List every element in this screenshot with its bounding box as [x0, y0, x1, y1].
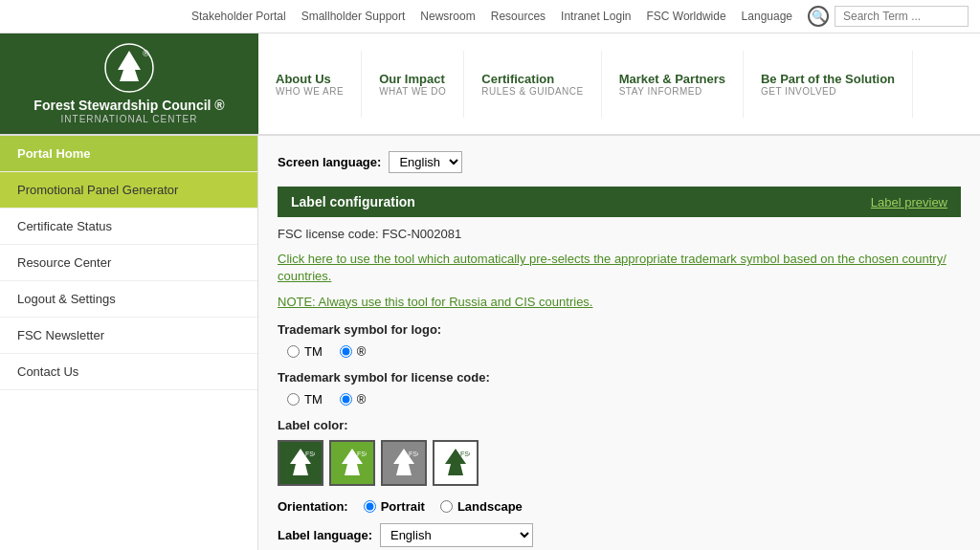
svg-text:FSC: FSC — [305, 451, 315, 457]
fsc-tree-icon-4: FSC — [441, 447, 470, 479]
sidebar-item-logout-settings[interactable]: Logout & Settings — [0, 281, 257, 318]
trademark-license-section-label: Trademark symbol for license code: — [278, 370, 961, 385]
license-code-value-text: FSC-N002081 — [382, 227, 461, 241]
trademark-license-r-option[interactable]: ® — [340, 392, 367, 407]
nav-market-partners-title: Market & Partners — [619, 72, 725, 86]
orientation-portrait-option[interactable]: Portrait — [364, 499, 425, 514]
svg-marker-1 — [118, 51, 141, 81]
svg-text:FSC: FSC — [357, 451, 367, 457]
screen-language-select[interactable]: English — [389, 151, 462, 173]
label-preview-header-link[interactable]: Label preview — [871, 195, 947, 209]
content-area: Screen language: English Label configura… — [258, 136, 980, 550]
nav-our-impact[interactable]: Our Impact WHAT WE DO — [362, 51, 464, 118]
nav-our-impact-title: Our Impact — [379, 72, 446, 86]
sidebar-item-fsc-newsletter[interactable]: FSC Newsletter — [0, 318, 257, 354]
logo-area: ® Forest Stewardship Council ® INTERNATI… — [0, 33, 258, 134]
label-language-label: Label language: — [278, 528, 372, 542]
auto-preselect-tool-link[interactable]: Click here to use the tool which automat… — [278, 251, 961, 285]
logo-title: Forest Stewardship Council ® — [33, 97, 224, 114]
sidebar-item-portal-home[interactable]: Portal Home — [0, 136, 257, 172]
stakeholder-portal-link[interactable]: Stakeholder Portal — [191, 10, 286, 23]
license-code-label: FSC license code: — [278, 227, 379, 241]
sidebar: Portal Home Promotional Panel Generator … — [0, 136, 258, 550]
nav-be-part-title: Be Part of the Solution — [761, 72, 895, 86]
nav-about-us[interactable]: About Us WHO WE ARE — [258, 51, 362, 118]
svg-text:®: ® — [143, 49, 149, 58]
main-layout: Portal Home Promotional Panel Generator … — [0, 136, 980, 550]
trademark-license-r-radio[interactable] — [340, 393, 352, 406]
orientation-portrait-radio[interactable] — [364, 500, 376, 513]
fsc-tree-icon-1: FSC — [286, 447, 315, 479]
fsc-tree-icon-3: FSC — [390, 447, 418, 479]
trademark-license-tm-label: TM — [304, 392, 323, 407]
trademark-logo-tm-label: TM — [304, 344, 323, 359]
sidebar-item-resource-center[interactable]: Resource Center — [0, 245, 257, 281]
top-bar: Stakeholder Portal Smallholder Support N… — [0, 0, 980, 33]
svg-text:FSC: FSC — [460, 451, 470, 457]
nav-certification-sub: RULES & GUIDANCE — [481, 86, 583, 97]
trademark-logo-r-option[interactable]: ® — [340, 344, 367, 359]
color-swatch-grey[interactable]: FSC — [381, 440, 427, 486]
logo-sub: INTERNATIONAL CENTER — [61, 114, 198, 124]
nav-certification-title: Certification — [481, 72, 583, 86]
sidebar-item-contact-us[interactable]: Contact Us — [0, 354, 257, 390]
search-area: 🔍 — [808, 6, 969, 27]
trademark-license-tm-option[interactable]: TM — [287, 392, 323, 407]
label-language-row: Label language: English French German Sp… — [278, 523, 961, 547]
fsc-tree-icon-2: FSC — [338, 447, 367, 479]
orientation-landscape-label: Landscape — [457, 499, 523, 514]
orientation-row: Orientation: Portrait Landscape — [278, 499, 961, 514]
trademark-logo-radio-group: TM ® — [278, 344, 961, 359]
orientation-landscape-radio[interactable] — [440, 500, 453, 513]
search-input[interactable] — [835, 6, 969, 27]
language-link[interactable]: Language — [742, 10, 792, 23]
color-swatch-dark-green[interactable]: FSC — [278, 440, 323, 486]
color-swatch-light-green[interactable]: FSC — [329, 440, 375, 486]
label-config-title: Label configuration — [291, 194, 415, 209]
trademark-license-radio-group: TM ® — [278, 392, 961, 407]
label-config-header: Label configuration Label preview — [278, 187, 961, 217]
header: ® Forest Stewardship Council ® INTERNATI… — [0, 33, 980, 136]
nav-about-us-sub: WHO WE ARE — [276, 86, 344, 97]
trademark-logo-tm-option[interactable]: TM — [287, 344, 323, 359]
label-language-select[interactable]: English French German Spanish — [380, 523, 533, 547]
nav-market-partners[interactable]: Market & Partners STAY INFORMED — [602, 51, 744, 118]
fsc-worldwide-link[interactable]: FSC Worldwide — [646, 10, 725, 23]
sidebar-item-promo-panel[interactable]: Promotional Panel Generator — [0, 172, 257, 209]
smallholder-support-link[interactable]: Smallholder Support — [301, 10, 406, 23]
trademark-logo-tm-radio[interactable] — [287, 345, 300, 358]
orientation-label: Orientation: — [278, 499, 348, 514]
orientation-portrait-label: Portrait — [381, 499, 425, 514]
intranet-login-link[interactable]: Intranet Login — [561, 10, 631, 23]
label-color-section-label: Label color: — [278, 418, 961, 432]
nav-our-impact-sub: WHAT WE DO — [379, 86, 446, 97]
russia-cis-tool-link[interactable]: NOTE: Always use this tool for Russia an… — [278, 294, 961, 311]
nav-market-partners-sub: STAY INFORMED — [619, 86, 725, 97]
resources-link[interactable]: Resources — [491, 10, 546, 23]
nav-certification[interactable]: Certification RULES & GUIDANCE — [464, 51, 601, 118]
color-swatch-white[interactable]: FSC — [433, 440, 479, 486]
screen-language-row: Screen language: English — [278, 151, 961, 173]
svg-text:FSC: FSC — [409, 451, 418, 457]
nav-about-us-title: About Us — [276, 72, 344, 86]
color-swatches: FSC FSC FSC FSC — [278, 440, 961, 486]
screen-language-label: Screen language: — [278, 155, 381, 169]
trademark-license-r-label: ® — [357, 392, 367, 407]
nav-be-part[interactable]: Be Part of the Solution GET INVOLVED — [744, 51, 913, 118]
search-icon[interactable]: 🔍 — [808, 6, 829, 27]
nav-be-part-sub: GET INVOLVED — [761, 86, 895, 97]
trademark-license-tm-radio[interactable] — [287, 393, 300, 406]
newsroom-link[interactable]: Newsroom — [420, 10, 475, 23]
trademark-logo-section-label: Trademark symbol for logo: — [278, 322, 961, 337]
sidebar-item-certificate-status[interactable]: Certificate Status — [0, 209, 257, 245]
trademark-logo-r-radio[interactable] — [340, 345, 352, 358]
license-code-row: FSC license code: FSC-N002081 — [278, 227, 961, 241]
fsc-logo-icon: ® — [104, 43, 154, 93]
trademark-logo-r-label: ® — [357, 344, 367, 359]
main-nav: About Us WHO WE ARE Our Impact WHAT WE D… — [258, 51, 980, 118]
orientation-landscape-option[interactable]: Landscape — [440, 499, 523, 514]
